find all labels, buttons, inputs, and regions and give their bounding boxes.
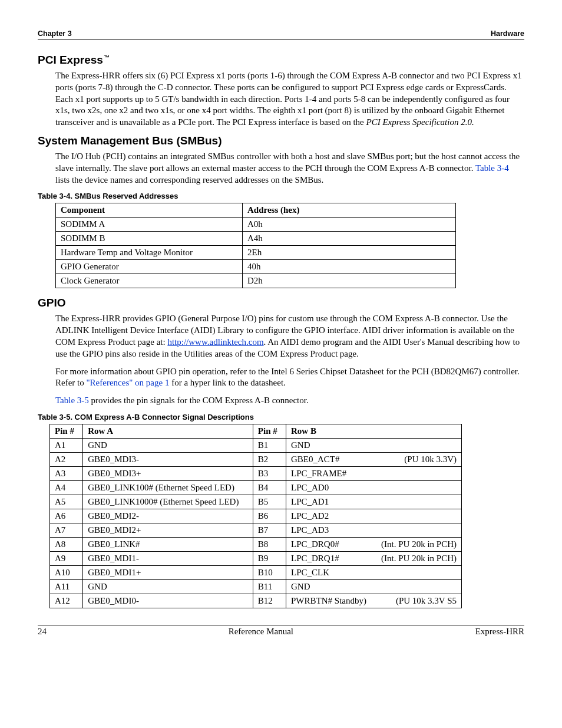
table-cell: A4h: [243, 232, 456, 246]
pin-a-cell: A7: [50, 523, 83, 537]
paragraph-smbus: The I/O Hub (PCH) contains an integrated…: [55, 151, 524, 186]
pin-b-cell: B9: [253, 551, 286, 565]
page-footer: 24 Reference Manual Express-HRR: [38, 625, 524, 637]
row-b-cell: LPC_AD3: [286, 523, 462, 537]
pin-b-cell: B4: [253, 480, 286, 495]
row-b-cell: LPC_AD0: [286, 480, 462, 495]
table-cell: Clock Generator: [56, 274, 243, 288]
table-cell: SODIMM B: [56, 232, 243, 246]
table-3-5-link[interactable]: Table 3-5: [55, 396, 89, 405]
table-3-4-link[interactable]: Table 3-4: [475, 163, 509, 173]
pin-a-cell: A1: [50, 438, 83, 452]
row-b-cell: LPC_DRQ0#(Int. PU 20k in PCH): [286, 537, 462, 551]
row-b-cell: LPC_DRQ1#(Int. PU 20k in PCH): [286, 551, 462, 565]
row-a-cell: GBE0_MDI2+: [83, 523, 253, 537]
row-a-cell: GBE0_MDI1-: [83, 551, 253, 565]
text: for a hyper link to the datasheet.: [169, 378, 285, 387]
footer-product: Express-HRR: [475, 627, 524, 637]
row-b-cell: GND: [286, 579, 462, 594]
pin-b-cell: B2: [253, 452, 286, 466]
row-a-cell: GND: [83, 579, 253, 594]
table-row: A1GNDB1GND: [50, 438, 462, 452]
table-3-4-caption: Table 3-4. SMBus Reserved Addresses: [38, 192, 524, 200]
pin-b-cell: B7: [253, 523, 286, 537]
pin-b-cell: B5: [253, 495, 286, 509]
pin-a-cell: A11: [50, 579, 83, 594]
table-row: A8GBE0_LINK#B8LPC_DRQ0#(Int. PU 20k in P…: [50, 537, 462, 551]
table-cell: 2Eh: [243, 246, 456, 260]
pin-b-cell: B12: [253, 594, 286, 608]
pin-b-cell: B11: [253, 579, 286, 594]
row-a-cell: GBE0_LINK#: [83, 537, 253, 551]
heading-text: PCI Express: [38, 54, 103, 66]
col-pin-b: Pin #: [253, 424, 286, 438]
row-a-cell: GND: [83, 438, 253, 452]
table-row: A12GBE0_MDI0-B12PWRBTN# Standby)(PU 10k …: [50, 594, 462, 608]
pin-b-cell: B1: [253, 438, 286, 452]
header-section: Hardware: [491, 29, 524, 38]
row-a-cell: GBE0_MDI0-: [83, 594, 253, 608]
table-row: A6GBE0_MDI2-B6LPC_AD2: [50, 509, 462, 523]
heading-gpio: GPIO: [38, 297, 524, 309]
pin-a-cell: A10: [50, 565, 83, 579]
col-pin-a: Pin #: [50, 424, 83, 438]
row-a-cell: GBE0_MDI3-: [83, 452, 253, 466]
table-header-row: Pin # Row A Pin # Row B: [50, 424, 462, 438]
references-link[interactable]: "References" on page 1: [86, 378, 169, 387]
table-cell: D2h: [243, 274, 456, 288]
table-3-5-caption: Table 3-5. COM Express A-B Connector Sig…: [38, 413, 524, 421]
signal-note: (PU 10k 3.3V): [404, 454, 457, 465]
table-row: GPIO Generator40h: [56, 260, 456, 274]
pin-b-cell: B6: [253, 509, 286, 523]
table-row: Hardware Temp and Voltage Monitor2Eh: [56, 246, 456, 260]
col-row-b: Row B: [286, 424, 462, 438]
table-cell: A0h: [243, 218, 456, 232]
pin-a-cell: A4: [50, 480, 83, 495]
row-a-cell: GBE0_MDI2-: [83, 509, 253, 523]
pin-a-cell: A12: [50, 594, 83, 608]
table-cell: GPIO Generator: [56, 260, 243, 274]
row-b-cell: LPC_AD2: [286, 509, 462, 523]
pin-a-cell: A8: [50, 537, 83, 551]
col-component: Component: [56, 203, 243, 218]
adlink-url-link[interactable]: http://www.adlinktech.com: [167, 337, 263, 347]
paragraph-gpio-1: The Express-HRR provides GPIO (General P…: [55, 313, 524, 360]
signal-note: (PU 10k 3.3V S5: [396, 596, 457, 606]
row-b-cell: LPC_CLK: [286, 565, 462, 579]
table-cell: 40h: [243, 260, 456, 274]
paragraph-gpio-3: Table 3-5 provides the pin signals for t…: [55, 395, 524, 407]
table-row: A2GBE0_MDI3-B2GBE0_ACT#(PU 10k 3.3V): [50, 452, 462, 466]
signal-name: LPC_DRQ1#: [291, 554, 339, 564]
footer-title: Reference Manual: [229, 627, 293, 637]
table-row: A5GBE0_LINK1000# (Ethernet Speed LED)B5L…: [50, 495, 462, 509]
pin-a-cell: A3: [50, 466, 83, 480]
table-row: A7GBE0_MDI2+B7LPC_AD3: [50, 523, 462, 537]
table-cell: Hardware Temp and Voltage Monitor: [56, 246, 243, 260]
pin-a-cell: A9: [50, 551, 83, 565]
row-b-cell: LPC_AD1: [286, 495, 462, 509]
row-a-cell: GBE0_LINK100# (Ethernet Speed LED): [83, 480, 253, 495]
table-row: A9GBE0_MDI1-B9LPC_DRQ1#(Int. PU 20k in P…: [50, 551, 462, 565]
pin-b-cell: B8: [253, 537, 286, 551]
page-header: Chapter 3 Hardware: [38, 29, 524, 39]
spec-name: PCI Express Specification 2.0.: [366, 117, 474, 127]
heading-smbus: System Management Bus (SMBus): [38, 134, 524, 147]
signal-name: PWRBTN# Standby): [291, 596, 366, 606]
row-b-cell: GND: [286, 438, 462, 452]
header-chapter: Chapter 3: [38, 29, 72, 38]
signal-name: LPC_DRQ0#: [291, 539, 339, 549]
col-address: Address (hex): [243, 203, 456, 218]
pin-b-cell: B3: [253, 466, 286, 480]
table-row: A10GBE0_MDI1+B10LPC_CLK: [50, 565, 462, 579]
row-b-cell: LPC_FRAME#: [286, 466, 462, 480]
signal-name: GBE0_ACT#: [291, 454, 340, 465]
row-a-cell: GBE0_MDI3+: [83, 466, 253, 480]
page-number: 24: [38, 627, 47, 637]
text: provides the pin signals for the COM Exp…: [89, 396, 309, 405]
table-row: Clock GeneratorD2h: [56, 274, 456, 288]
row-b-cell: PWRBTN# Standby)(PU 10k 3.3V S5: [286, 594, 462, 608]
row-b-cell: GBE0_ACT#(PU 10k 3.3V): [286, 452, 462, 466]
heading-pci-express: PCI Express™: [38, 54, 524, 67]
col-row-a: Row A: [83, 424, 253, 438]
table-row: SODIMM BA4h: [56, 232, 456, 246]
